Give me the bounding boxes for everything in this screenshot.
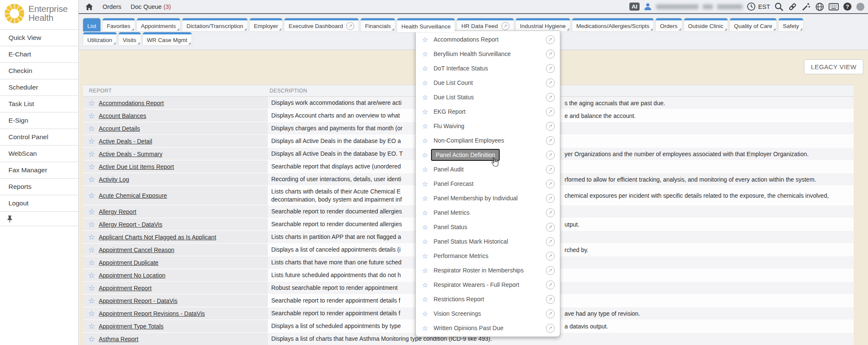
- tab-industrial-hygiene[interactable]: Industrial Hygiene: [516, 18, 570, 31]
- report-link[interactable]: Appointment Report: [99, 285, 152, 292]
- dropdown-menu-item[interactable]: ☆ Accommodations Report ↗: [416, 32, 560, 47]
- sidebar-item[interactable]: Fax Manager: [0, 162, 78, 179]
- favorite-star-icon[interactable]: ☆: [87, 271, 96, 280]
- favorite-star-icon[interactable]: ☆: [87, 175, 96, 184]
- favorite-star-icon[interactable]: ☆: [87, 207, 96, 216]
- favorite-star-icon[interactable]: ☆: [87, 149, 96, 159]
- favorite-star-icon[interactable]: ☆: [87, 334, 96, 344]
- report-link[interactable]: Active Due List Items Report: [99, 163, 174, 170]
- favorite-star-icon[interactable]: ☆: [87, 245, 96, 255]
- help-icon[interactable]: ?: [843, 2, 852, 11]
- user-icon[interactable]: [644, 3, 652, 11]
- report-link[interactable]: Appointment Report - DataVis: [99, 297, 178, 304]
- home-icon[interactable]: [85, 3, 93, 11]
- open-in-new-icon[interactable]: ↗: [546, 194, 555, 203]
- favorite-star-icon[interactable]: ☆: [87, 191, 96, 200]
- open-in-new-icon[interactable]: ↗: [546, 309, 555, 318]
- report-link[interactable]: Appointment Duplicate: [99, 259, 159, 266]
- tab-wr-case-mgmt[interactable]: WR Case Mgmt: [143, 32, 192, 45]
- open-in-new-icon[interactable]: ↗: [546, 35, 555, 44]
- favorite-star-icon[interactable]: ☆: [87, 233, 96, 242]
- open-in-new-icon[interactable]: ↗: [546, 266, 555, 275]
- favorite-star-icon[interactable]: ☆: [87, 220, 96, 229]
- tab-employer[interactable]: Employer: [250, 18, 282, 31]
- clock-icon[interactable]: [747, 2, 756, 11]
- open-in-new-icon[interactable]: ↗: [546, 165, 555, 174]
- open-in-new-icon[interactable]: ↗: [546, 237, 555, 246]
- favorite-star-icon[interactable]: ☆: [421, 36, 429, 44]
- report-link[interactable]: Accommodations Report: [99, 100, 164, 107]
- tab-medications-allergies-scripts[interactable]: Medications/Allergies/Scripts: [572, 18, 654, 31]
- tab-orders[interactable]: Orders: [656, 18, 682, 31]
- favorite-star-icon[interactable]: ☆: [87, 283, 96, 293]
- open-in-new-icon[interactable]: ↗: [546, 324, 555, 333]
- avatar-circle[interactable]: [856, 3, 865, 11]
- dropdown-menu-item[interactable]: ☆ Due List Status ↗: [416, 90, 560, 104]
- favorite-star-icon[interactable]: ☆: [87, 162, 96, 171]
- report-link[interactable]: Applicant Charts Not Flagged as Is Appli…: [99, 234, 216, 241]
- dropdown-menu-item[interactable]: ☆ EKG Report ↗: [416, 104, 560, 119]
- open-in-new-icon[interactable]: ↗: [546, 295, 555, 304]
- dropdown-menu-item[interactable]: ☆ Restrictions Report ↗: [416, 292, 560, 306]
- report-link[interactable]: Allergy Report - DataVis: [99, 221, 162, 228]
- sidebar-item[interactable]: WebScan: [0, 146, 78, 162]
- open-in-new-icon[interactable]: ↗: [546, 208, 555, 217]
- link-icon[interactable]: [788, 2, 797, 11]
- report-link[interactable]: Appointment Report Revisions - DataVis: [99, 310, 205, 317]
- favorite-star-icon[interactable]: ☆: [421, 238, 429, 246]
- sidebar-item[interactable]: Scheduler: [0, 79, 78, 96]
- tab-safety[interactable]: Safety: [779, 18, 803, 31]
- open-in-new-icon[interactable]: ↗: [346, 22, 354, 30]
- tab-favorites[interactable]: Favorites: [103, 18, 135, 31]
- open-in-new-icon[interactable]: ↗: [546, 151, 555, 160]
- dropdown-menu-item[interactable]: ☆ Respirator Wearers - Full Report ↗: [416, 278, 560, 292]
- favorite-star-icon[interactable]: ☆: [421, 65, 429, 73]
- sidebar-item[interactable]: Quick View: [0, 30, 78, 46]
- dropdown-menu-item[interactable]: ☆ Panel Metrics ↗: [416, 205, 560, 220]
- favorite-star-icon[interactable]: ☆: [421, 266, 429, 275]
- keyboard-icon[interactable]: [829, 3, 839, 11]
- tab-outside-clinic[interactable]: Outside Clinic: [684, 18, 728, 31]
- report-link[interactable]: Account Balances: [99, 112, 146, 119]
- report-link[interactable]: Account Details: [99, 125, 140, 132]
- open-in-new-icon[interactable]: ↗: [546, 223, 555, 232]
- favorite-star-icon[interactable]: ☆: [421, 281, 429, 289]
- open-in-new-icon[interactable]: ↗: [501, 22, 509, 30]
- open-in-new-icon[interactable]: ↗: [546, 93, 555, 102]
- open-in-new-icon[interactable]: ↗: [546, 50, 555, 59]
- wand-icon[interactable]: [801, 2, 811, 11]
- legacy-view-button[interactable]: LEGACY VIEW: [804, 59, 863, 74]
- report-link[interactable]: Appointment No Location: [99, 272, 165, 279]
- favorite-star-icon[interactable]: ☆: [421, 223, 429, 231]
- favorite-star-icon[interactable]: ☆: [421, 180, 429, 188]
- ai-badge[interactable]: AI: [629, 3, 640, 11]
- report-link[interactable]: Allergy Report: [99, 208, 136, 215]
- dropdown-menu-item[interactable]: ☆ Panel Status Mark Historical ↗: [416, 234, 560, 249]
- dropdown-menu-item[interactable]: ☆ Panel Forecast ↗: [416, 177, 560, 191]
- sidebar-item[interactable]: Checkin: [0, 63, 78, 79]
- open-in-new-icon[interactable]: ↗: [546, 136, 555, 145]
- favorite-star-icon[interactable]: ☆: [87, 137, 96, 146]
- sidebar-item[interactable]: Logout: [0, 195, 78, 212]
- report-link[interactable]: Appointment Cancel Reason: [99, 247, 174, 253]
- sidebar-item[interactable]: E-Sign: [0, 112, 78, 129]
- tab-financials[interactable]: Financials: [361, 18, 395, 31]
- favorite-star-icon[interactable]: ☆: [421, 165, 429, 174]
- sidebar-item[interactable]: Reports: [0, 179, 78, 195]
- dropdown-menu-item[interactable]: ☆ Panel Status ↗: [416, 220, 560, 234]
- favorite-star-icon[interactable]: ☆: [87, 322, 96, 331]
- tab-hr-data-feed[interactable]: HR Data Feed ↗: [457, 18, 513, 31]
- tab-quality-of-care[interactable]: Quality of Care: [730, 18, 776, 31]
- dropdown-menu-item[interactable]: ☆ Performance Metrics ↗: [416, 249, 560, 263]
- open-in-new-icon[interactable]: ↗: [546, 107, 555, 116]
- favorite-star-icon[interactable]: ☆: [421, 108, 429, 116]
- report-link[interactable]: Acute Chemical Exposure: [99, 192, 167, 199]
- favorite-star-icon[interactable]: ☆: [421, 209, 429, 217]
- favorite-star-icon[interactable]: ☆: [421, 50, 429, 58]
- report-link[interactable]: Active Deals - Detail: [99, 138, 152, 145]
- report-link[interactable]: Activity Log: [99, 176, 129, 183]
- tab-appointments[interactable]: Appointments: [137, 18, 181, 31]
- favorite-star-icon[interactable]: ☆: [421, 93, 429, 101]
- favorite-star-icon[interactable]: ☆: [421, 151, 429, 159]
- open-in-new-icon[interactable]: ↗: [546, 122, 555, 131]
